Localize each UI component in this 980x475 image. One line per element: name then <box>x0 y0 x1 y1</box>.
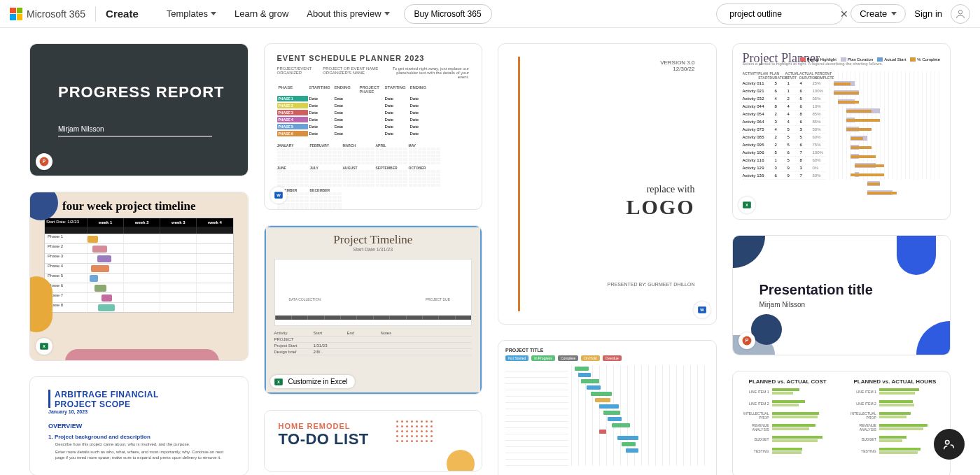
svg-text:W: W <box>276 193 281 197</box>
brand-ms365[interactable]: Microsoft 365 <box>27 8 85 20</box>
template-gallery: PROGRESS REPORT Mirjam Nilsson P four we… <box>0 28 980 475</box>
svg-text:P: P <box>745 338 748 343</box>
svg-text:X: X <box>746 203 748 207</box>
gallery-column: Project Planner Period HighlightPlan Dur… <box>732 43 951 475</box>
divider <box>95 6 96 22</box>
svg-text:W: W <box>700 308 704 312</box>
gallery-column: EVENT SCHEDULE PLANNER 2023 PROJECT/EVEN… <box>264 43 483 472</box>
template-card-presentation-title[interactable]: Presentation title Mirjam Nilsson P <box>732 235 951 355</box>
template-card-progress-report[interactable]: PROGRESS REPORT Mirjam Nilsson P <box>29 43 248 176</box>
template-card-event-schedule[interactable]: EVENT SCHEDULE PLANNER 2023 PROJECT/EVEN… <box>264 43 483 210</box>
dots-decoration <box>396 420 433 442</box>
excel-icon: X <box>274 377 284 387</box>
customize-in-excel-pill[interactable]: X Customize in Excel <box>270 375 355 388</box>
chevron-down-icon <box>211 12 216 15</box>
template-card-gantt-chart[interactable]: PROJECT TITLE Not StartedIn ProgressComp… <box>498 340 717 475</box>
brand-create[interactable]: Create <box>106 8 139 20</box>
card-author: Mirjam Nilsson <box>58 125 248 133</box>
search-input[interactable] <box>729 9 834 19</box>
template-card-logo-cover[interactable]: VERSION 3.0 12/30/22 replace withLOGO PR… <box>498 43 717 325</box>
card-title: PROGRESS REPORT <box>58 83 248 101</box>
svg-text:X: X <box>43 344 46 348</box>
card-title: EVENT SCHEDULE PLANNER 2023 <box>277 54 470 62</box>
powerpoint-badge-icon: P <box>36 153 52 170</box>
template-card-arbitrage-scope[interactable]: ARBITRAGE FINANCIAL PROJECT SCOPE Januar… <box>29 376 248 475</box>
template-card-project-planner[interactable]: Project Planner Period HighlightPlan Dur… <box>732 43 951 220</box>
card-title: Project Timeline <box>266 233 481 247</box>
gallery-column: PROGRESS REPORT Mirjam Nilsson P four we… <box>29 43 248 475</box>
main-nav: Templates Learn & grow About this previe… <box>167 8 390 19</box>
person-icon <box>955 8 966 20</box>
svg-text:X: X <box>277 380 280 384</box>
powerpoint-badge-icon: P <box>738 332 755 349</box>
svg-point-17 <box>946 441 950 445</box>
create-button[interactable]: Create <box>850 4 906 23</box>
chevron-down-icon <box>891 12 897 15</box>
top-header: Microsoft 365 Create Templates Learn & g… <box>0 0 980 28</box>
gallery-column: VERSION 3.0 12/30/22 replace withLOGO PR… <box>498 43 717 475</box>
word-badge-icon: W <box>270 187 287 204</box>
nav-about-preview[interactable]: About this preview <box>307 8 389 19</box>
nav-templates[interactable]: Templates <box>167 8 216 19</box>
help-fab-button[interactable] <box>934 429 965 460</box>
template-card-planned-vs-actual[interactable]: PLANNED vs. ACTUAL COST LINE ITEM 1LINE … <box>732 371 951 475</box>
buy-ms365-button[interactable]: Buy Microsoft 365 <box>404 4 492 24</box>
word-badge-icon: W <box>694 302 710 318</box>
excel-badge-icon: X <box>36 338 52 355</box>
template-card-home-remodel[interactable]: HOME REMODEL TO-DO LIST <box>264 410 483 472</box>
svg-point-2 <box>958 10 962 13</box>
card-title: Presentation title <box>760 282 873 298</box>
chevron-down-icon <box>384 12 390 15</box>
template-card-four-week-timeline[interactable]: four week project timeline Start Date: 1… <box>29 192 248 361</box>
clear-search-icon[interactable]: ✕ <box>840 8 848 20</box>
template-card-project-timeline[interactable]: Project Timeline Start Date 1/31/23 DATA… <box>264 225 483 395</box>
microsoft-logo-icon <box>10 8 22 20</box>
card-title: four week project timeline <box>30 192 248 218</box>
search-box[interactable]: ✕ <box>716 3 844 24</box>
card-title: PROJECT TITLE <box>505 348 709 353</box>
svg-text:P: P <box>43 159 46 164</box>
nav-learn-grow[interactable]: Learn & grow <box>234 8 288 19</box>
profile-avatar[interactable] <box>951 4 970 24</box>
sign-in-link[interactable]: Sign in <box>914 8 942 19</box>
excel-badge-icon: X <box>738 197 755 213</box>
headset-icon <box>941 437 957 452</box>
